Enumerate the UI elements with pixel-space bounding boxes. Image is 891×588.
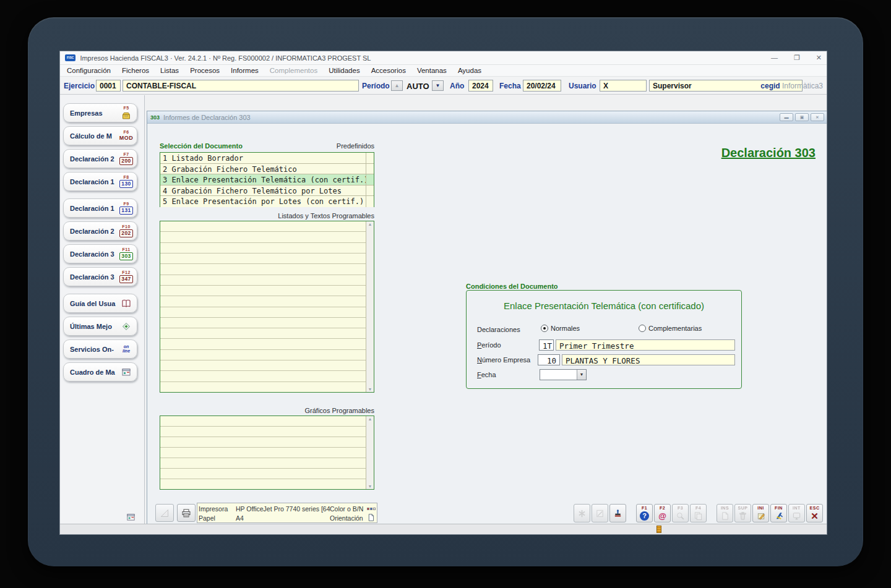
- orientacion-label: Orientación: [330, 514, 367, 522]
- graficos-listbox[interactable]: ▲ ▼: [160, 415, 374, 490]
- fecha-dropdown[interactable]: ▼: [540, 369, 587, 380]
- key-label: ESC: [810, 506, 820, 511]
- predefinidos-cell: [366, 153, 374, 163]
- start-button[interactable]: INI: [752, 504, 769, 522]
- key-label: SUP: [738, 506, 748, 511]
- periodo-down-icon[interactable]: ▼: [432, 80, 444, 91]
- menu-item-accesorios[interactable]: Accesorios: [366, 66, 411, 75]
- radio-normales[interactable]: Normales: [541, 325, 580, 332]
- scroll-down-icon[interactable]: ▼: [368, 484, 372, 488]
- numero-empresa-field[interactable]: 10: [538, 354, 560, 365]
- fkey-label: F7: [123, 152, 129, 156]
- menu-item-listas[interactable]: Listas: [155, 66, 184, 75]
- model-badge-200: 200: [119, 157, 133, 165]
- periodo-text-field[interactable]: Primer Trimestre: [556, 339, 735, 351]
- scroll-up-icon[interactable]: ▲: [368, 222, 372, 226]
- document-option-row[interactable]: 1 Listado Borrador: [160, 153, 374, 164]
- listados-listbox[interactable]: ▲ ▼: [160, 221, 374, 393]
- online-icon: online: [121, 344, 132, 354]
- close-button[interactable]: ✕: [816, 54, 822, 62]
- key-label: F1: [642, 506, 647, 511]
- usuario-input[interactable]: X: [600, 80, 647, 92]
- empty-list-row: [160, 328, 366, 339]
- sidebar-button-label: Declaración 3: [70, 273, 118, 281]
- usuario-label: Usuario: [569, 82, 596, 90]
- doc-maximize-button[interactable]: ▣: [795, 113, 809, 121]
- ano-input[interactable]: 2024: [468, 80, 493, 92]
- dashboard-mini-icon[interactable]: [126, 513, 136, 522]
- sidebar-button-label: Declaración 2: [70, 155, 118, 163]
- sidebar-button-declaraci-n-1[interactable]: Declaración 1F8130: [63, 172, 137, 191]
- document-option-row[interactable]: 4 Grabación Fichero Telemático por Lotes: [160, 185, 374, 197]
- search-icon: [675, 511, 686, 521]
- periodo-label: Período: [362, 82, 390, 90]
- asterisk-icon: [577, 508, 587, 519]
- print-button[interactable]: [177, 504, 196, 522]
- radio-complementarias[interactable]: Complementarias: [639, 325, 702, 332]
- listados-scrollbar[interactable]: ▲ ▼: [366, 221, 374, 392]
- sidebar-button-declaraci-n-2[interactable]: Declaración 2F10202: [63, 221, 137, 241]
- close-x-icon: ✕: [809, 511, 820, 521]
- empty-list-row: [160, 360, 366, 371]
- sidebar-button-servicios-on-[interactable]: Servicios On-online: [63, 339, 137, 359]
- help-button[interactable]: F1?: [636, 504, 653, 522]
- ejercicio-input[interactable]: 0001: [96, 80, 121, 92]
- scroll-up-icon[interactable]: ▲: [368, 417, 372, 421]
- minimize-button[interactable]: —: [771, 54, 778, 62]
- menu-item-ficheros[interactable]: Ficheros: [116, 66, 155, 75]
- predefinidos-cell: [366, 174, 374, 185]
- sidebar-button-declaraci-n-1[interactable]: Declaración 1F9131: [63, 198, 137, 218]
- menu-item-informes[interactable]: Informes: [225, 66, 264, 75]
- menu-item-configuración[interactable]: Configuración: [61, 66, 116, 75]
- sidebar-button-declaraci-n-3[interactable]: Declaración 3F11303: [63, 244, 137, 263]
- sidebar-button-empresas[interactable]: EmpresasF5: [63, 103, 137, 122]
- doc-close-button[interactable]: ✕: [811, 113, 824, 121]
- send-email-button[interactable]: F2@: [654, 504, 671, 522]
- sidebar-button-declaraci-n-2[interactable]: Declaración 2F7200: [63, 149, 137, 168]
- document-option-row[interactable]: 5 Enlace Presentación por Lotes (con cer…: [160, 196, 374, 207]
- scroll-down-icon[interactable]: ▼: [368, 387, 372, 391]
- key-label: F4: [695, 506, 701, 511]
- key-label: INS: [721, 506, 729, 511]
- menu-item-ayudas[interactable]: Ayudas: [452, 66, 487, 75]
- menu-item-ventanas[interactable]: Ventanas: [411, 66, 452, 75]
- fecha-label: Fecha: [499, 82, 521, 90]
- sidebar-button--ltimas-mejo[interactable]: Últimas Mejo: [63, 317, 137, 336]
- ejercicio-name-input[interactable]: CONTABLE-FISCAL: [123, 80, 359, 92]
- document-selection-list[interactable]: 1 Listado Borrador2 Grabación Fichero Te…: [160, 152, 374, 207]
- graficos-scrollbar[interactable]: ▲ ▼: [366, 416, 374, 489]
- sidebar-button-label: Cálculo de M: [70, 132, 118, 140]
- key-label: FIN: [775, 506, 783, 511]
- empty-list-row: [160, 286, 366, 296]
- empty-list-row: [160, 275, 366, 286]
- sidebar-button-declaraci-n-3[interactable]: Declaración 3F12347: [63, 267, 137, 286]
- escape-button[interactable]: ESC✕: [806, 504, 823, 522]
- archive-box-icon: [121, 111, 132, 121]
- sidebar-button-c-lculo-de-m[interactable]: Cálculo de MF6MOD: [63, 126, 137, 145]
- key-label: INT: [793, 506, 801, 511]
- condiciones-label: Condiciones del Documento: [466, 283, 558, 290]
- note-edit-icon: [755, 511, 766, 521]
- fecha-input[interactable]: 20/02/24: [523, 80, 561, 92]
- sidebar-button-cuadro-de-ma[interactable]: Cuadro de Ma: [63, 362, 137, 381]
- document-option-row[interactable]: 2 Grabación Fichero Telemático: [160, 164, 374, 175]
- sidebar-button-gu-a-del-usua[interactable]: Guía del Usua: [63, 294, 137, 313]
- model-badge-130: 130: [119, 180, 133, 188]
- stamp-document-button[interactable]: [609, 504, 626, 522]
- menu-item-procesos[interactable]: Procesos: [184, 66, 225, 75]
- chevron-down-icon[interactable]: ▼: [577, 370, 586, 380]
- document-option-row[interactable]: 3 Enlace Presentación Telemática (con ce…: [160, 174, 374, 185]
- menu-item-utilidades[interactable]: Utilidades: [323, 66, 366, 75]
- periodo-up-icon[interactable]: ▲: [391, 80, 403, 91]
- empty-list-row: [160, 318, 366, 328]
- document-window: 303 Informes de Declaración 303 ▬ ▣ ✕ Se…: [147, 111, 827, 525]
- sign-document-button: [592, 504, 608, 522]
- sidebar: EmpresasF5Cálculo de MF6MODDeclaración 2…: [60, 95, 145, 524]
- doc-minimize-button[interactable]: ▬: [780, 113, 793, 121]
- maximize-button[interactable]: ❐: [794, 54, 800, 62]
- periodo-code-field[interactable]: 1T: [539, 339, 554, 351]
- search-button: F3: [672, 504, 689, 522]
- finish-button[interactable]: FIN: [770, 504, 787, 522]
- empresa-name-field[interactable]: PLANTAS Y FLORES: [562, 354, 735, 365]
- fkey-label: F8: [123, 175, 129, 179]
